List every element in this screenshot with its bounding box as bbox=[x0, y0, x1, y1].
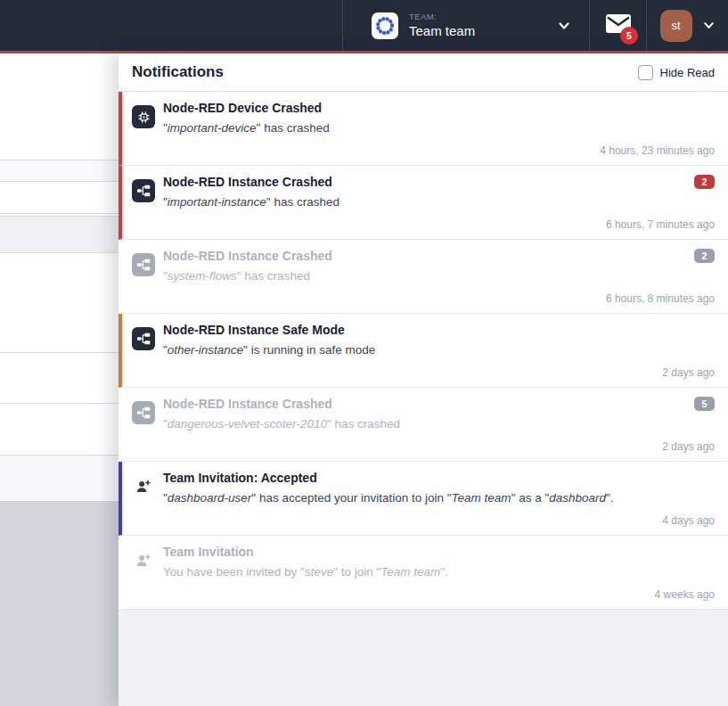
hide-read-label: Hide Read bbox=[660, 66, 715, 79]
team-text: TEAM: Team team bbox=[409, 12, 546, 38]
notification-list: Node-RED Device Crashed "important-devic… bbox=[119, 92, 728, 610]
notification-badge: 5 bbox=[694, 397, 715, 411]
notification-time: 6 hours, 7 minutes ago bbox=[606, 218, 715, 231]
team-label: TEAM: bbox=[409, 12, 546, 22]
notification-body: "other-instance" is running in safe mode bbox=[163, 343, 715, 357]
notification-time: 4 hours, 23 minutes ago bbox=[600, 144, 715, 157]
notifications-panel-header: Notifications Hide Read bbox=[119, 53, 728, 92]
notification-time: 4 weeks ago bbox=[655, 588, 715, 601]
notification-title: Node-RED Instance Crashed bbox=[163, 175, 715, 190]
hide-read-toggle[interactable]: Hide Read bbox=[638, 65, 715, 80]
chevron-down-icon bbox=[557, 19, 571, 33]
instance-fork-icon bbox=[136, 406, 151, 420]
notification-title: Node-RED Device Crashed bbox=[163, 101, 715, 116]
background-page bbox=[0, 53, 119, 706]
user-menu[interactable]: st bbox=[646, 0, 728, 51]
user-plus-icon bbox=[135, 553, 151, 569]
instance-fork-icon bbox=[136, 184, 151, 198]
notification-item[interactable]: Node-RED Instance Crashed "dangerous-vel… bbox=[119, 388, 728, 462]
notification-body: "dashboard-user" has accepted your invit… bbox=[163, 491, 715, 505]
instance-fork-icon bbox=[136, 332, 151, 346]
instance-fork-icon bbox=[136, 258, 151, 272]
notification-item[interactable]: Team Invitation: Accepted "dashboard-use… bbox=[119, 462, 728, 536]
avatar: st bbox=[660, 10, 692, 42]
notification-item[interactable]: Node-RED Instance Crashed "system-flows"… bbox=[119, 240, 728, 314]
notification-item[interactable]: Node-RED Device Crashed "important-devic… bbox=[119, 92, 728, 166]
device-chip-icon bbox=[137, 111, 151, 124]
notification-body: "important-device" has crashed bbox=[163, 121, 715, 135]
notification-title: Node-RED Instance Safe Mode bbox=[163, 323, 715, 338]
notification-badge: 2 bbox=[694, 175, 715, 189]
top-navbar: TEAM: Team team 5 st bbox=[0, 0, 728, 53]
notification-time: 4 days ago bbox=[662, 514, 715, 527]
notification-time: 2 days ago bbox=[662, 440, 715, 453]
notification-icon bbox=[132, 401, 155, 424]
user-menu-chevron-icon bbox=[702, 19, 716, 32]
notification-list-footer bbox=[119, 610, 728, 706]
notification-title: Node-RED Instance Crashed bbox=[163, 397, 715, 412]
notification-item[interactable]: Team Invitation You have been invited by… bbox=[119, 536, 728, 610]
screen: TEAM: Team team 5 st bbox=[0, 0, 728, 706]
team-selector[interactable]: TEAM: Team team bbox=[342, 0, 589, 51]
notification-icon bbox=[132, 549, 155, 572]
notification-title: Node-RED Instance Crashed bbox=[163, 249, 715, 264]
notification-title: Team Invitation: Accepted bbox=[163, 471, 715, 486]
notification-title: Team Invitation bbox=[163, 545, 715, 560]
notification-item[interactable]: Node-RED Instance Safe Mode "other-insta… bbox=[119, 314, 728, 388]
notification-icon bbox=[132, 475, 155, 498]
notification-body: "system-flows" has crashed bbox=[163, 269, 715, 283]
user-plus-icon bbox=[135, 479, 151, 495]
navbar-spacer bbox=[0, 0, 342, 51]
notification-body: "important-instance" has crashed bbox=[163, 195, 715, 209]
notifications-button[interactable]: 5 bbox=[589, 0, 646, 51]
notification-body: You have been invited by "steve" to join… bbox=[163, 565, 715, 579]
unread-count-badge: 5 bbox=[620, 27, 638, 45]
notification-icon bbox=[132, 105, 155, 128]
notification-badge: 2 bbox=[694, 249, 715, 263]
notification-icon bbox=[132, 179, 155, 202]
panel-title: Notifications bbox=[132, 63, 638, 81]
hide-read-checkbox[interactable] bbox=[638, 65, 653, 80]
notification-time: 2 days ago bbox=[662, 366, 715, 379]
team-icon bbox=[372, 12, 398, 39]
notification-icon bbox=[132, 327, 155, 350]
team-name: Team team bbox=[409, 23, 546, 38]
notifications-panel: Notifications Hide Read Node-RED Device … bbox=[119, 53, 728, 706]
notification-icon bbox=[132, 253, 155, 276]
notification-body: "dangerous-velvet-scoter-2010" has crash… bbox=[163, 417, 715, 431]
notification-time: 6 hours, 8 minutes ago bbox=[606, 292, 715, 305]
notification-item[interactable]: Node-RED Instance Crashed "important-ins… bbox=[119, 166, 728, 240]
